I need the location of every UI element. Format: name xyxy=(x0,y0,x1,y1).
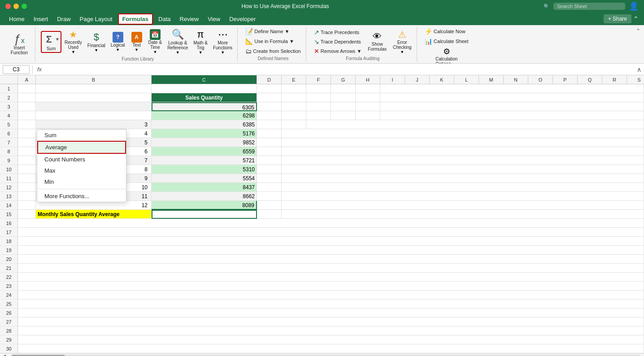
cell-g2[interactable] xyxy=(331,93,356,102)
remove-arrows-button[interactable]: ✕ Remove Arrows ▼ xyxy=(312,47,364,56)
menu-insert[interactable]: Insert xyxy=(30,14,52,24)
cell-a9[interactable] xyxy=(18,156,36,165)
cell-g3[interactable] xyxy=(331,102,356,111)
cell-c15[interactable] xyxy=(152,210,257,219)
cell-b4[interactable] xyxy=(36,111,152,120)
trace-precedents-button[interactable]: ↗ Trace Precedents xyxy=(312,28,364,37)
menu-draw[interactable]: Draw xyxy=(53,14,74,24)
share-button[interactable]: + Share xyxy=(604,14,631,23)
cell-rest-12[interactable] xyxy=(282,183,644,192)
cell-rest-29[interactable] xyxy=(18,335,644,344)
menu-formulas[interactable]: Formulas xyxy=(118,13,153,25)
cell-a6[interactable] xyxy=(18,129,36,138)
autosum-dropdown-arrow[interactable]: ▼ xyxy=(55,37,60,42)
cell-rest-13[interactable] xyxy=(282,192,644,201)
cell-rest-8[interactable] xyxy=(282,147,644,156)
cell-a13[interactable] xyxy=(18,192,36,201)
cell-d10[interactable] xyxy=(257,165,282,174)
define-name-button[interactable]: 📝 Define Name ▼ xyxy=(243,27,292,36)
cell-c11[interactable]: 5554 xyxy=(152,174,257,183)
cell-c1[interactable] xyxy=(152,84,257,93)
horizontal-scrollbar[interactable]: ◀ xyxy=(0,353,644,356)
cell-rest-11[interactable] xyxy=(282,174,644,183)
cell-c14[interactable]: 8089 xyxy=(152,201,257,210)
cell-rest-5[interactable] xyxy=(306,120,644,129)
show-formulas-button[interactable]: 👁 ShowFormulas xyxy=(366,30,389,53)
cell-a1[interactable] xyxy=(18,84,36,93)
dropdown-item-sum[interactable]: Sum xyxy=(37,130,126,141)
logical-button[interactable]: ? Logical ▼ xyxy=(109,30,127,54)
cell-d8[interactable] xyxy=(257,147,282,156)
calculate-now-button[interactable]: ⚡ Calculate Now xyxy=(422,27,468,36)
cell-d11[interactable] xyxy=(257,174,282,183)
cell-reference-input[interactable] xyxy=(3,65,30,74)
menu-page-layout[interactable]: Page Layout xyxy=(76,14,116,24)
cell-a8[interactable] xyxy=(18,147,36,156)
cell-a12[interactable] xyxy=(18,183,36,192)
cell-d13[interactable] xyxy=(257,192,282,201)
cell-a5[interactable] xyxy=(18,120,36,129)
math-trig-button[interactable]: π Math &Trig ▼ xyxy=(191,27,210,56)
cell-rest-19[interactable] xyxy=(18,246,644,255)
user-icon[interactable]: 👤 xyxy=(629,1,639,11)
cell-rest-26[interactable] xyxy=(18,308,644,317)
cell-rest-2[interactable] xyxy=(380,93,644,102)
cell-rest-25[interactable] xyxy=(18,300,644,308)
cell-a11[interactable] xyxy=(18,174,36,183)
cell-d12[interactable] xyxy=(257,183,282,192)
cell-d5[interactable] xyxy=(257,120,282,129)
cell-rest-28[interactable] xyxy=(18,326,644,335)
dropdown-item-more-functions[interactable]: More Functions... xyxy=(37,191,126,202)
cell-e1[interactable] xyxy=(282,84,306,93)
cell-a4[interactable] xyxy=(18,111,36,120)
cell-c6[interactable]: 5176 xyxy=(152,129,257,138)
cell-h2[interactable] xyxy=(356,93,380,102)
trace-dependents-button[interactable]: ↘ Trace Dependents xyxy=(312,37,364,46)
menu-data[interactable]: Data xyxy=(155,14,174,24)
cell-e3[interactable] xyxy=(282,102,306,111)
cell-a14[interactable] xyxy=(18,201,36,210)
dropdown-item-average[interactable]: Average xyxy=(37,141,126,154)
maximize-button[interactable] xyxy=(22,4,27,9)
cell-c10[interactable]: 5310 xyxy=(152,165,257,174)
error-checking-button[interactable]: ⚠ ErrorChecking ▼ xyxy=(391,27,414,56)
create-selection-button[interactable]: 🗂 Create from Selection xyxy=(243,47,303,56)
cell-f4[interactable] xyxy=(306,111,331,120)
cell-rest-18[interactable] xyxy=(18,237,644,246)
cell-f3[interactable] xyxy=(306,102,331,111)
formula-input[interactable] xyxy=(46,66,634,73)
cell-d14[interactable] xyxy=(257,201,282,210)
financial-button[interactable]: $ Financial ▼ xyxy=(85,30,108,54)
cell-d1[interactable] xyxy=(257,84,282,93)
cell-h1[interactable] xyxy=(356,84,380,93)
dropdown-item-min[interactable]: Min xyxy=(37,176,126,187)
cell-rest-6[interactable] xyxy=(282,129,644,138)
text-button[interactable]: A Text ▼ xyxy=(128,30,145,54)
cell-rest-4[interactable] xyxy=(380,111,644,120)
menu-developer[interactable]: Developer xyxy=(226,14,259,24)
cell-rest-21[interactable] xyxy=(18,264,644,273)
cell-rest-16[interactable] xyxy=(18,219,644,228)
cell-d7[interactable] xyxy=(257,138,282,147)
minimize-button[interactable] xyxy=(13,4,19,9)
cell-rest-17[interactable] xyxy=(18,228,644,237)
cell-c4[interactable]: 6298 xyxy=(152,111,257,120)
cell-rest-1[interactable] xyxy=(380,84,644,93)
cell-rest-20[interactable] xyxy=(18,255,644,264)
lookup-button[interactable]: 🔍 Lookup &Reference ▼ xyxy=(165,27,190,56)
cell-c7[interactable]: 9852 xyxy=(152,138,257,147)
cell-a7[interactable] xyxy=(18,138,36,147)
cell-c8[interactable]: 6559 xyxy=(152,147,257,156)
autosum-button[interactable]: Σ xyxy=(43,33,55,46)
cell-c2[interactable]: Sales Quantity xyxy=(152,93,257,102)
cell-a3[interactable] xyxy=(18,102,36,111)
collapse-ribbon-icon[interactable]: ⌃ xyxy=(633,15,639,22)
cell-c9[interactable]: 5721 xyxy=(152,156,257,165)
ribbon-collapse-icon[interactable]: ⌃ xyxy=(636,28,640,34)
recently-used-button[interactable]: ★ RecentlyUsed ▼ xyxy=(62,27,84,56)
cell-rest-24[interactable] xyxy=(18,291,644,300)
dropdown-item-count-numbers[interactable]: Count Numbers xyxy=(37,154,126,165)
cell-b14[interactable]: 12 xyxy=(36,201,152,210)
scroll-left-icon[interactable]: ◀ xyxy=(0,353,8,356)
cell-d15[interactable] xyxy=(257,210,282,219)
